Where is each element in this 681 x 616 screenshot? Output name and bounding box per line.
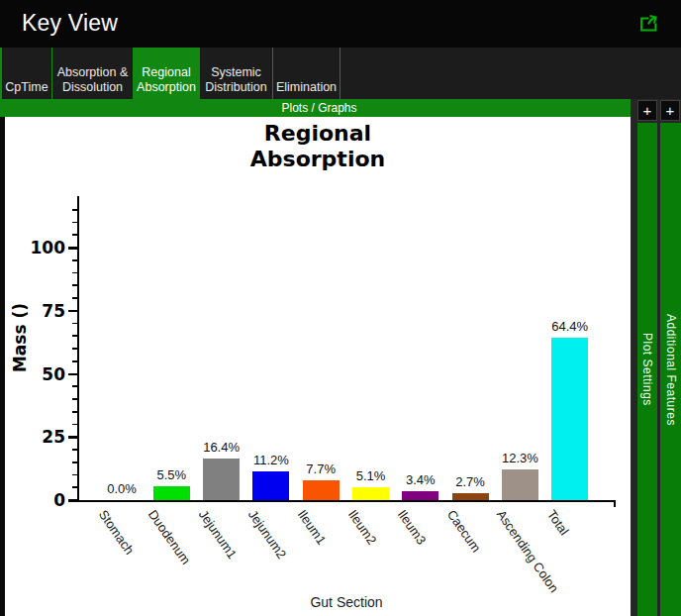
y-axis-title: Mass () <box>10 254 30 422</box>
y-axis-major-tick <box>68 436 77 439</box>
y-axis-minor-tick <box>72 222 77 224</box>
bar-ileum3 <box>402 491 438 500</box>
y-axis-minor-tick <box>72 348 77 350</box>
title-bar: Key View <box>0 0 681 48</box>
tab-bar: CpTime Absorption & Dissolution Regional… <box>0 48 681 99</box>
bar-value-label-stomach: 0.0% <box>92 481 151 496</box>
chart-title: Regional Absorption <box>5 121 631 172</box>
y-axis-minor-tick <box>72 259 77 261</box>
open-external-button[interactable] <box>637 13 659 35</box>
bar-total <box>551 338 588 500</box>
x-axis-end-tick <box>614 502 616 507</box>
y-axis-tick-label: 25 <box>5 426 65 448</box>
y-axis-minor-tick <box>72 209 77 211</box>
key-view-window: Key View CpTime Absorption & Dissolution… <box>0 0 681 616</box>
y-axis-tick-label: 50 <box>5 363 65 385</box>
y-axis-minor-tick <box>72 398 77 400</box>
tab-regional-absorption[interactable]: Regional Absorption <box>134 48 200 99</box>
tab-elimination[interactable]: Elimination <box>273 48 340 99</box>
x-axis-tick-label-jejunum1: Jejunum1 <box>195 507 240 562</box>
plots-graphs-header: Plots / Graphs <box>0 99 638 117</box>
bar-ileum1 <box>303 480 340 500</box>
y-axis-major-tick <box>68 499 77 502</box>
y-axis-minor-tick <box>72 411 77 413</box>
plot-settings-panel-tab[interactable]: Plot Settings <box>637 123 657 616</box>
y-axis-major-tick <box>68 373 77 376</box>
tab-systemic-distribution[interactable]: Systemic Distribution <box>200 48 273 99</box>
y-axis-spine <box>77 196 79 502</box>
x-axis-tick-label-total: Total <box>543 507 571 538</box>
bar-ascending-colon <box>502 469 538 500</box>
y-axis-minor-tick <box>72 234 77 236</box>
bar-jejunum1 <box>203 459 240 500</box>
bar-caecum <box>452 493 489 500</box>
y-axis-tick-label: 100 <box>5 237 65 258</box>
y-axis-minor-tick <box>72 424 77 426</box>
y-axis-tick-label: 0 <box>5 489 65 511</box>
tab-absorption-dissolution[interactable]: Absorption & Dissolution <box>52 48 134 99</box>
bar-duodenum <box>153 486 190 500</box>
bar-jejunum2 <box>252 471 289 500</box>
y-axis-minor-tick <box>72 284 77 286</box>
plot-settings-panel-label: Plot Settings <box>640 333 654 406</box>
x-axis-tick-label-ileum1: Ileum1 <box>295 507 330 548</box>
y-axis-minor-tick <box>72 486 77 488</box>
y-axis-minor-tick <box>72 449 77 451</box>
y-axis-major-tick <box>68 310 77 313</box>
right-panel-column: + + Plot Settings Additional Features <box>631 99 681 616</box>
y-axis-minor-tick <box>72 323 77 325</box>
x-axis-tick-label-duodenum: Duodenum <box>146 507 194 567</box>
y-axis-minor-tick <box>72 474 77 476</box>
x-axis-tick-label-ileum3: Ileum3 <box>395 507 430 548</box>
y-axis-minor-tick <box>72 385 77 387</box>
bar-value-label-caecum: 2.7% <box>440 474 500 489</box>
x-axis-tick-label-caecum: Caecum <box>444 507 484 555</box>
tab-cptime[interactable]: CpTime <box>0 48 52 99</box>
plot-settings-add-button[interactable]: + <box>637 100 657 121</box>
y-axis-tick-label: 75 <box>5 300 65 322</box>
y-axis-minor-tick <box>72 272 77 274</box>
x-axis-tick-label-jejunum2: Jejunum2 <box>245 507 290 562</box>
additional-features-add-button[interactable]: + <box>660 100 680 121</box>
additional-features-panel-tab[interactable]: Additional Features <box>660 123 681 616</box>
additional-features-panel-label: Additional Features <box>664 314 678 426</box>
window-title: Key View <box>22 10 118 37</box>
y-axis-minor-tick <box>72 335 77 337</box>
bar-value-label-total: 64.4% <box>540 319 600 334</box>
open-external-icon <box>637 13 659 35</box>
y-axis-minor-tick <box>72 297 77 299</box>
y-axis-major-tick <box>68 247 77 250</box>
bar-value-label-ascending-colon: 12.3% <box>490 451 549 465</box>
x-axis-title: Gut Section <box>77 594 616 610</box>
bar-ileum2 <box>352 487 389 500</box>
x-axis-tick-label-stomach: Stomach <box>96 507 138 558</box>
y-axis-minor-tick <box>72 462 77 463</box>
x-axis-tick-label-ileum2: Ileum2 <box>344 507 379 548</box>
x-axis-spine <box>77 500 616 502</box>
y-axis-minor-tick <box>72 360 77 362</box>
chart-pane: Regional Absorption Mass () Gut Section … <box>5 117 631 616</box>
bar-value-label-duodenum: 5.5% <box>142 467 201 482</box>
